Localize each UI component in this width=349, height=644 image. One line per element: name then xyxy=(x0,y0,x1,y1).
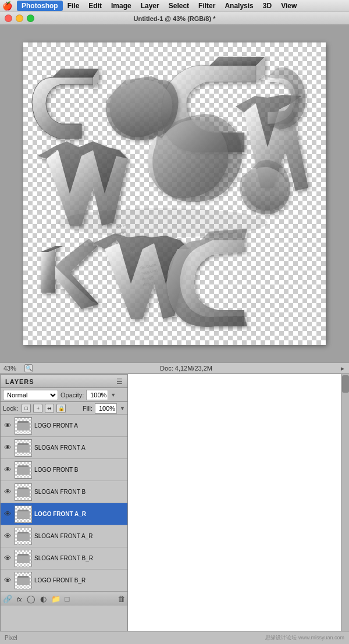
layer-name: LOGO FRONT A_R xyxy=(34,511,125,517)
thumb-content xyxy=(15,528,31,545)
layer-row[interactable]: 👁LOGO FRONT A_R xyxy=(1,503,127,525)
layer-row[interactable]: 👁LOGO FRONT B_R xyxy=(1,570,127,592)
menu-select[interactable]: Select xyxy=(164,1,194,11)
layer-thumbnail xyxy=(15,572,32,589)
visibility-icon[interactable]: 👁 xyxy=(3,532,12,541)
visibility-icon[interactable]: 👁 xyxy=(3,421,12,430)
svg-rect-12 xyxy=(17,444,30,453)
canvas-area: www www www design design xyxy=(0,25,349,362)
adjustment-layer-icon[interactable]: ◐ xyxy=(40,595,47,603)
svg-rect-15 xyxy=(18,465,29,467)
layer-thumbnail xyxy=(15,417,32,435)
status-arrow-icon[interactable]: ► xyxy=(340,365,346,372)
thumb-content xyxy=(15,484,31,500)
svg-rect-14 xyxy=(17,467,30,475)
group-layers-icon[interactable]: 📁 xyxy=(51,595,60,603)
svg-rect-10 xyxy=(17,422,30,430)
layer-thumbnail xyxy=(15,550,32,567)
lock-transform-icon[interactable]: ⇴ xyxy=(45,404,54,413)
bottom-bar: Pixel 思缘设计论坛 www.missyuan.com xyxy=(0,631,349,644)
fill-input[interactable] xyxy=(95,403,117,414)
svg-rect-25 xyxy=(18,576,29,578)
lock-pixels-icon[interactable]: □ xyxy=(22,404,31,413)
layer-name: LOGO FRONT B xyxy=(34,467,125,473)
visibility-icon[interactable]: 👁 xyxy=(3,443,12,453)
thumb-content xyxy=(15,462,31,478)
svg-rect-24 xyxy=(17,577,30,585)
svg-rect-22 xyxy=(17,555,30,563)
opacity-input[interactable] xyxy=(86,390,108,400)
lock-position-icon[interactable]: + xyxy=(33,404,42,413)
layer-name: SLOGAN FRONT A_R xyxy=(34,533,125,539)
menu-file[interactable]: File xyxy=(63,1,84,11)
visibility-icon[interactable]: 👁 xyxy=(3,465,12,475)
layer-thumbnail xyxy=(15,506,32,523)
svg-rect-17 xyxy=(18,488,29,489)
svg-rect-16 xyxy=(17,489,30,497)
layer-name: SLOGAN FRONT A xyxy=(34,444,125,451)
layers-menu-icon[interactable]: ☰ xyxy=(116,378,123,386)
window-title: Untitled-1 @ 43% (RGB/8) * xyxy=(134,15,216,22)
zoom-icon[interactable]: 🔍 xyxy=(24,364,33,372)
layer-row[interactable]: 👁LOGO FRONT A xyxy=(1,415,127,437)
layers-list: 👁LOGO FRONT A👁SLOGAN FRONT A👁LOGO FRONT … xyxy=(1,415,127,592)
right-scrollbar[interactable] xyxy=(341,374,349,642)
svg-rect-21 xyxy=(18,532,29,533)
svg-point-5 xyxy=(58,208,268,237)
thumb-content xyxy=(15,418,31,434)
layer-name: SLOGAN FRONT B_R xyxy=(34,555,125,561)
layers-panel: LAYERS ☰ Normal Opacity: ▼ Lock: □ + ⇴ 🔒… xyxy=(0,374,128,642)
layer-thumbnail xyxy=(15,528,32,545)
new-layer-icon[interactable]: □ xyxy=(65,595,70,603)
svg-rect-18 xyxy=(17,511,30,519)
visibility-icon[interactable]: 👁 xyxy=(3,554,12,563)
layers-header: LAYERS ☰ xyxy=(1,375,127,388)
menu-photoshop[interactable]: Photoshop xyxy=(17,1,63,11)
menu-image[interactable]: Image xyxy=(106,1,136,11)
layers-controls: Normal Opacity: ▼ xyxy=(1,388,127,402)
menu-analysis[interactable]: Analysis xyxy=(220,1,258,11)
svg-rect-13 xyxy=(18,443,29,445)
menu-3d[interactable]: 3D xyxy=(258,1,276,11)
layer-row[interactable]: 👁SLOGAN FRONT A_R xyxy=(1,525,127,547)
menu-edit[interactable]: Edit xyxy=(84,1,106,11)
layer-name: SLOGAN FRONT B xyxy=(34,489,125,495)
minimize-button[interactable] xyxy=(16,15,23,22)
delete-layer-icon[interactable]: 🗑 xyxy=(117,595,125,603)
layer-row[interactable]: 👁SLOGAN FRONT B xyxy=(1,481,127,503)
visibility-icon[interactable]: 👁 xyxy=(3,510,12,519)
layer-row[interactable]: 👁SLOGAN FRONT B_R xyxy=(1,547,127,570)
apple-logo-icon[interactable]: 🍎 xyxy=(2,1,12,10)
menu-filter[interactable]: Filter xyxy=(194,1,220,11)
lock-all-icon[interactable]: 🔒 xyxy=(56,404,66,413)
doc-info: Doc: 4,12M/23,2M xyxy=(36,365,336,372)
menu-view[interactable]: View xyxy=(276,1,301,11)
thumb-content xyxy=(15,550,31,567)
close-button[interactable] xyxy=(5,15,12,22)
lock-label: Lock: xyxy=(3,405,18,412)
add-mask-icon[interactable]: ◯ xyxy=(27,595,35,603)
layer-name: LOGO FRONT A xyxy=(34,422,125,429)
thumb-content xyxy=(15,506,31,522)
link-layers-icon[interactable]: 🔗 xyxy=(3,595,12,603)
artwork-svg: www www www design design xyxy=(23,42,326,345)
lower-section: LAYERS ☰ Normal Opacity: ▼ Lock: □ + ⇴ 🔒… xyxy=(0,374,349,642)
visibility-icon[interactable]: 👁 xyxy=(3,488,12,497)
right-panel-area xyxy=(128,374,349,642)
svg-rect-11 xyxy=(18,421,29,423)
layer-row[interactable]: 👁LOGO FRONT B xyxy=(1,459,127,481)
maximize-button[interactable] xyxy=(27,15,34,22)
fx-icon[interactable]: fx xyxy=(17,596,22,603)
scrollbar-thumb[interactable] xyxy=(342,375,349,393)
layers-title: LAYERS xyxy=(5,378,34,385)
canvas[interactable]: www www www design design xyxy=(23,42,326,345)
opacity-arrow-icon[interactable]: ▼ xyxy=(111,392,116,398)
layer-row[interactable]: 👁SLOGAN FRONT A xyxy=(1,437,127,459)
fill-label: Fill: xyxy=(83,405,92,412)
fill-arrow-icon[interactable]: ▼ xyxy=(120,405,125,411)
title-bar: Untitled-1 @ 43% (RGB/8) * xyxy=(0,12,349,25)
blend-mode-select[interactable]: Normal xyxy=(3,390,58,400)
menu-layer[interactable]: Layer xyxy=(136,1,164,11)
traffic-lights xyxy=(5,15,34,22)
visibility-icon[interactable]: 👁 xyxy=(3,576,12,585)
